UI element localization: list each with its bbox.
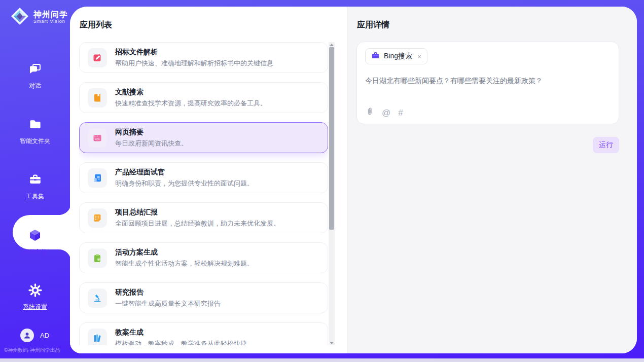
app-card-desc: 智能生成个性化活动方案，轻松解决规划难题。 xyxy=(115,259,254,268)
sidebar-item-gear[interactable]: 系统设置 xyxy=(0,270,70,325)
app-card-title: 项目总结汇报 xyxy=(115,208,280,217)
app-card[interactable]: 招标文件解析 帮助用户快速、准确地理解和解析招标书中的关键信息 xyxy=(79,42,328,73)
app-card-desc: 一键智能生成高质量长文本研究报告 xyxy=(115,299,221,308)
app-card-title: 研究报告 xyxy=(115,288,221,297)
app-card[interactable]: 研究报告 一键智能生成高质量长文本研究报告 xyxy=(79,282,328,313)
book-icon xyxy=(92,93,102,103)
app-card[interactable]: 产品经理面试官 明确身份和职责，为您提供专业性的面试问题。 xyxy=(79,162,328,193)
app-card-desc: 每日政府新闻资讯快查。 xyxy=(115,139,188,148)
app-card[interactable]: 活动方案生成 智能生成个性化活动方案，轻松解决规划难题。 xyxy=(79,242,328,273)
briefcase-icon xyxy=(371,51,380,60)
tool-tag-label: Bing搜索 xyxy=(384,52,412,61)
topic-icon[interactable]: # xyxy=(398,108,403,117)
sidebar-item-chat[interactable]: 对话 xyxy=(0,49,70,104)
tool-tag-bing-search[interactable]: Bing搜索 × xyxy=(365,48,427,64)
gear-icon xyxy=(28,283,42,297)
chat-icon xyxy=(28,62,42,76)
cube-icon xyxy=(28,228,42,242)
app-card-title: 文献搜索 xyxy=(115,88,267,97)
sidebar-item-folder[interactable]: 智能文件夹 xyxy=(0,104,70,159)
paperclip-icon-slot[interactable] xyxy=(365,107,374,118)
paperclip-icon xyxy=(365,107,374,116)
note-icon xyxy=(92,213,102,223)
resume-icon xyxy=(92,173,102,183)
prompt-card[interactable]: Bing搜索 × 今日湖北有哪些新闻要点？有哪些需要关注的最新政策？ @ # xyxy=(356,42,619,124)
run-button[interactable]: 运行 xyxy=(593,137,619,153)
app-list-title: 应用列表 xyxy=(80,20,112,30)
app-card-title: 网页摘要 xyxy=(115,128,188,137)
toolbox-icon xyxy=(28,173,42,187)
app-card[interactable]: 文献搜索 快速精准查找学术资源，提高研究效率的必备工具。 xyxy=(79,82,328,113)
avatar[interactable] xyxy=(20,329,34,342)
app-card-desc: 快速精准查找学术资源，提高研究效率的必备工具。 xyxy=(115,99,267,108)
scrollbar-thumb[interactable] xyxy=(329,47,334,230)
edit-square-icon xyxy=(92,53,102,63)
app-list-panel: 应用列表 招标文件解析 帮助用户快速、准确地理解和解析招标书中的关键信息 文献搜… xyxy=(70,7,347,353)
browser-code-icon: </> xyxy=(92,133,102,143)
app-card-desc: 帮助用户快速、准确地理解和解析招标书中的关键信息 xyxy=(115,59,273,68)
query-text[interactable]: 今日湖北有哪些新闻要点？有哪些需要关注的最新政策？ xyxy=(365,76,611,86)
app-card-desc: 全面回顾项目进展，总结经验教训，助力未来优化发展。 xyxy=(115,219,280,228)
content-shell: 应用列表 招标文件解析 帮助用户快速、准确地理解和解析招标书中的关键信息 文献搜… xyxy=(70,7,637,353)
scrollbar[interactable] xyxy=(329,42,335,345)
sidebar: 神州问学 Smart Vision 对话 智能文件夹 工具集 应用市场 xyxy=(0,0,70,358)
copyright-footer: ©神州数码·神州问学出品 xyxy=(4,347,70,354)
tag-close-icon[interactable]: × xyxy=(417,53,421,60)
app-card-title: 招标文件解析 xyxy=(115,48,273,57)
books-icon xyxy=(92,333,102,343)
briefcase-icon-slot xyxy=(371,51,380,62)
sidebar-item-cube[interactable]: 应用市场 xyxy=(0,214,70,270)
app-card[interactable]: 教案生成 模板驱动，教案秒成，教学准备从此轻松快捷 xyxy=(79,322,328,345)
user-initials: AD xyxy=(40,332,49,339)
composer-toolbar: @ # xyxy=(365,107,403,118)
brand-subtitle: Smart Vision xyxy=(33,19,68,24)
app-card-title: 活动方案生成 xyxy=(115,248,254,257)
scroll-up-arrow-icon[interactable] xyxy=(329,42,334,47)
scroll-down-arrow-icon[interactable] xyxy=(329,340,334,345)
app-card-title: 产品经理面试官 xyxy=(115,168,254,177)
sidebar-nav: 对话 智能文件夹 工具集 应用市场 系统设置 xyxy=(0,49,70,325)
mention-icon[interactable]: @ xyxy=(382,108,390,117)
brand-name: 神州问学 xyxy=(33,11,68,19)
app-detail-panel: 应用详情 Bing搜索 × 今日湖北有哪些新闻要点？有哪些需要关注的最新政策？ … xyxy=(347,7,637,353)
user-row[interactable]: AD xyxy=(20,329,49,342)
person-icon xyxy=(23,331,31,340)
app-window: 神州问学 Smart Vision 对话 智能文件夹 工具集 应用市场 xyxy=(0,0,644,362)
brand-logo: 神州问学 Smart Vision xyxy=(10,7,68,28)
window-bottom-strip xyxy=(0,358,644,362)
app-detail-title: 应用详情 xyxy=(357,20,389,30)
app-card[interactable]: </> 网页摘要 每日政府新闻资讯快查。 xyxy=(79,122,328,153)
app-card-desc: 明确身份和职责，为您提供专业性的面试问题。 xyxy=(115,179,254,188)
app-card[interactable]: 项目总结汇报 全面回顾项目进展，总结经验教训，助力未来优化发展。 xyxy=(79,202,328,233)
sidebar-item-toolbox[interactable]: 工具集 xyxy=(0,159,70,214)
app-list: 招标文件解析 帮助用户快速、准确地理解和解析招标书中的关键信息 文献搜索 快速精… xyxy=(79,42,328,345)
microscope-icon xyxy=(92,293,102,303)
app-card-desc: 模板驱动，教案秒成，教学准备从此轻松快捷 xyxy=(115,339,247,346)
svg-text:</>: </> xyxy=(95,137,100,140)
diamond-logo-slot xyxy=(10,7,29,28)
app-card-title: 教案生成 xyxy=(115,328,247,337)
folder-icon xyxy=(28,118,42,131)
diamond-logo-icon xyxy=(10,7,29,26)
clipboard-check-icon xyxy=(92,253,102,263)
